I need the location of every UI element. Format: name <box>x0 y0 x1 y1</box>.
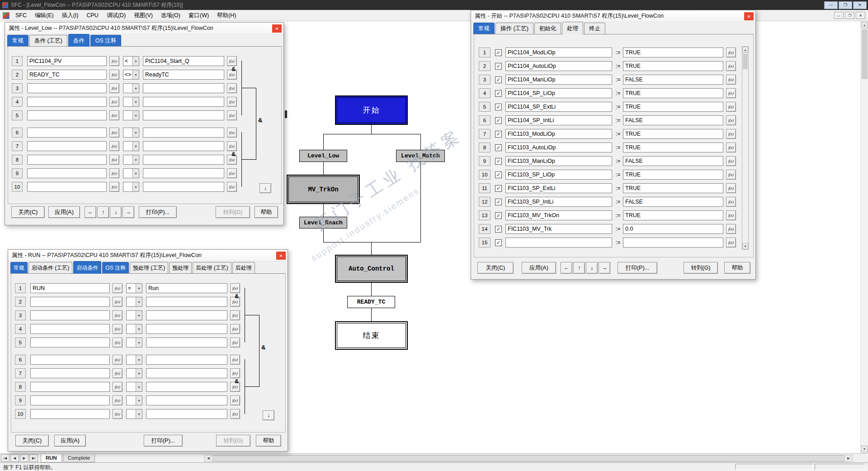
child-restore-icon[interactable]: ❐ <box>845 12 854 19</box>
row-checkbox[interactable]: ✓ <box>495 185 502 192</box>
dialog-tab[interactable]: 预处理 (工艺) <box>130 262 168 274</box>
operator-combo[interactable]: ▼ <box>126 310 142 320</box>
row-checkbox[interactable]: ✓ <box>495 49 502 56</box>
fx-button[interactable]: f(x) <box>109 168 119 178</box>
dialog-tab[interactable]: 启动条件 <box>73 261 101 274</box>
chevron-down-icon[interactable]: ▼ <box>132 111 139 120</box>
scroll-down-icon[interactable]: ▼ <box>742 243 748 249</box>
dialog-tab[interactable]: OS 注释 <box>90 35 122 47</box>
row-checkbox[interactable]: ✓ <box>495 199 502 205</box>
operand-name-input[interactable] <box>505 183 612 193</box>
sheet-tab-complete[interactable]: Complete <box>63 454 95 462</box>
chevron-down-icon[interactable]: ▼ <box>132 182 139 191</box>
dialog-tab[interactable]: 终止 <box>584 23 605 34</box>
fx-button[interactable]: f(x) <box>113 338 123 347</box>
print-button[interactable]: 打印(P)... <box>618 262 657 274</box>
condition-rhs-input[interactable] <box>146 368 227 378</box>
child-minimize-icon[interactable]: — <box>834 12 844 19</box>
condition-lhs-input[interactable] <box>30 382 110 392</box>
move-right-button[interactable]: → <box>599 262 610 274</box>
condition-rhs-input[interactable] <box>143 56 224 66</box>
condition-rhs-input[interactable] <box>146 395 227 405</box>
condition-rhs-input[interactable] <box>146 409 227 419</box>
condition-lhs-input[interactable] <box>27 83 107 93</box>
operator-combo[interactable]: <▼ <box>123 56 139 66</box>
operator-combo[interactable]: ▼ <box>126 395 142 405</box>
operand-value-input[interactable] <box>623 115 723 125</box>
row-checkbox[interactable]: ✓ <box>495 90 502 97</box>
menu-item-6[interactable]: 视图(V) <box>130 10 157 21</box>
chevron-down-icon[interactable]: ▼ <box>136 338 142 347</box>
scroll-right-icon[interactable]: ▶ <box>845 455 852 461</box>
fx-button[interactable]: f(x) <box>726 102 736 112</box>
sfc-transition-ready-tc[interactable]: READY_TC <box>347 296 395 308</box>
operand-name-input[interactable] <box>505 238 612 247</box>
dialog-tab[interactable]: OS 注释 <box>102 262 129 274</box>
fx-button[interactable]: f(x) <box>726 61 736 71</box>
fx-button[interactable]: f(x) <box>726 115 736 125</box>
operand-name-input[interactable] <box>505 197 612 207</box>
operand-name-input[interactable] <box>505 61 612 71</box>
help-button[interactable]: 帮助 <box>255 206 278 218</box>
condition-rhs-input[interactable] <box>143 70 224 80</box>
operand-value-input[interactable] <box>623 183 723 193</box>
condition-rhs-input[interactable] <box>143 155 224 165</box>
fx-button[interactable]: f(x) <box>109 155 119 165</box>
operand-value-input[interactable] <box>623 210 723 220</box>
fx-button[interactable]: f(x) <box>109 141 119 151</box>
apply-button[interactable]: 应用(A) <box>522 262 556 274</box>
operator-combo[interactable]: ▼ <box>126 338 142 347</box>
chevron-down-icon[interactable]: ▼ <box>136 355 142 364</box>
fx-button[interactable]: f(x) <box>113 324 123 334</box>
scrollbar-thumb[interactable] <box>743 54 748 69</box>
operand-name-input[interactable] <box>505 143 612 152</box>
menu-item-8[interactable]: 窗口(W) <box>184 10 213 21</box>
dialog-tab[interactable]: 处理 <box>562 22 583 34</box>
fx-button[interactable]: f(x) <box>113 297 123 307</box>
condition-lhs-input[interactable] <box>27 168 107 178</box>
sfc-transition-level-reach[interactable]: Level_Reach <box>299 217 347 228</box>
apply-button[interactable]: 应用(A) <box>48 206 80 218</box>
operand-value-input[interactable] <box>623 238 723 247</box>
close-icon[interactable]: ✕ <box>272 24 282 33</box>
operand-name-input[interactable] <box>505 48 612 57</box>
fx-button[interactable]: f(x) <box>227 83 237 93</box>
move-right-button[interactable]: → <box>123 206 134 218</box>
rows-scrollbar[interactable]: ▲ ▼ <box>742 46 749 250</box>
chevron-down-icon[interactable]: ▼ <box>132 57 139 66</box>
condition-lhs-input[interactable] <box>27 155 107 165</box>
fx-button[interactable]: f(x) <box>726 197 736 207</box>
move-left-button[interactable]: ← <box>85 206 96 218</box>
close-button[interactable]: 关闭(C) <box>477 262 514 274</box>
sfc-step-auto-control[interactable]: Auto_Control <box>335 255 408 283</box>
chevron-down-icon[interactable]: ▼ <box>136 409 142 419</box>
condition-rhs-input[interactable] <box>146 297 227 307</box>
chevron-down-icon[interactable]: ▼ <box>136 396 142 405</box>
condition-lhs-input[interactable] <box>27 182 107 192</box>
scroll-up-icon[interactable]: ▲ <box>742 47 748 53</box>
fx-button[interactable]: f(x) <box>227 97 237 107</box>
sfc-step-start[interactable]: 开始 <box>335 95 408 125</box>
condition-output-button[interactable]: ↓ <box>263 410 274 420</box>
fx-button[interactable]: f(x) <box>230 355 240 365</box>
operator-combo[interactable]: ▼ <box>123 83 139 93</box>
operator-combo[interactable]: ▼ <box>123 182 139 192</box>
dialog-tab[interactable]: 后处理 <box>232 262 255 274</box>
row-checkbox[interactable]: ✓ <box>495 226 502 233</box>
menu-item-5[interactable]: 调试(D) <box>103 10 130 21</box>
scroll-up-icon[interactable]: ▲ <box>861 22 868 29</box>
operand-value-input[interactable] <box>623 143 723 152</box>
condition-rhs-input[interactable] <box>143 110 224 120</box>
condition-lhs-input[interactable] <box>30 297 110 307</box>
move-down-button[interactable]: ↓ <box>586 262 598 274</box>
prev-sheet-icon[interactable]: ◀ <box>10 454 19 462</box>
condition-lhs-input[interactable] <box>27 70 107 80</box>
row-checkbox[interactable]: ✓ <box>495 76 502 83</box>
chevron-down-icon[interactable]: ▼ <box>136 297 142 306</box>
fx-button[interactable]: f(x) <box>227 182 237 192</box>
dialog-tab[interactable]: 预处理 <box>169 262 192 274</box>
row-checkbox[interactable]: ✓ <box>495 212 502 219</box>
operand-value-input[interactable] <box>623 170 723 180</box>
fx-button[interactable]: f(x) <box>109 97 119 107</box>
operator-combo[interactable]: ▼ <box>126 355 142 365</box>
